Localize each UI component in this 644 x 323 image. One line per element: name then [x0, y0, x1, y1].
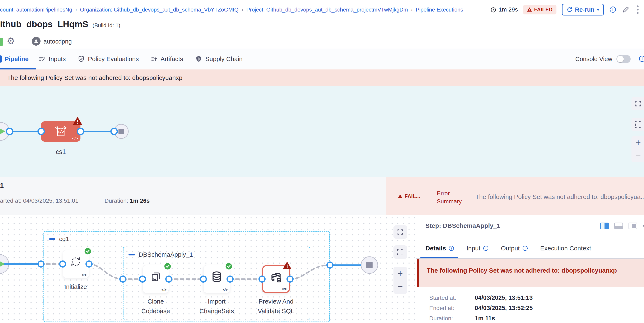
duration-value: 1m 11s [475, 315, 495, 322]
collapse-group-icon[interactable] [128, 254, 135, 255]
zoom-out-button[interactable]: − [394, 280, 407, 293]
user-avatar [32, 37, 40, 46]
stage-warning-badge-icon [73, 117, 82, 126]
fullscreen-icon [394, 225, 407, 239]
step-warning-badge-icon [283, 261, 292, 270]
step-error-box: The following Policy Set was not adhered… [417, 259, 644, 287]
tab-supply-chain[interactable]: Supply Chain [195, 55, 242, 63]
stage-duration-value: 1m 26s [130, 197, 150, 204]
minimize-panel-button[interactable] [643, 225, 644, 227]
panel-layout-controls [600, 223, 644, 229]
pipeline-title: ithub_dbops_LHqmS [0, 19, 88, 29]
console-view-toggle[interactable] [616, 55, 631, 63]
tab-policy-evaluations[interactable]: Policy Evaluations [78, 55, 139, 63]
ended-at-value: 04/03/2025, 13:52:25 [475, 304, 533, 311]
divider [27, 34, 27, 48]
stop-icon [118, 129, 124, 134]
zoom-controls: + − [632, 136, 644, 162]
inputs-icon [38, 55, 46, 63]
step-node-clone-codebase[interactable]: </> [142, 265, 169, 293]
tab-artifacts-label: Artifacts [160, 56, 183, 63]
tab-policy-evaluations-label: Policy Evaluations [88, 56, 139, 63]
stage-graph-links [0, 86, 644, 177]
code-icon: </> [282, 287, 287, 291]
warning-triangle-icon [398, 194, 402, 199]
tab-execution-context[interactable]: Execution Context [540, 245, 591, 252]
refresh-icon [567, 7, 572, 13]
elapsed-time: 1m 29s [490, 6, 518, 13]
layout-bottom-split-button[interactable] [614, 223, 623, 229]
edit-pencil-icon[interactable] [622, 6, 629, 14]
meta-row: ⚙ autocdpng [0, 35, 644, 49]
tab-artifacts[interactable]: Artifacts [150, 56, 183, 63]
zoom-controls: + − [394, 267, 407, 294]
breadcrumb: count: automationPipelinesNg › Organizat… [0, 6, 463, 13]
step-error-message: The following Policy Set was not adhered… [427, 267, 617, 287]
more-options-kebab-icon[interactable] [635, 5, 641, 15]
sync-icon [63, 253, 89, 271]
zoom-in-button[interactable]: + [632, 136, 644, 149]
chevron-right-icon: › [411, 6, 413, 13]
tab-input[interactable]: Input [466, 245, 489, 252]
error-summary-label: Error Summary [437, 190, 470, 205]
info-icon[interactable] [638, 55, 644, 62]
step-initialize-label: Initialize [54, 282, 98, 292]
breadcrumb-pipeline-executions[interactable]: Pipeline Executions [416, 7, 463, 13]
layout-floating-button[interactable] [628, 223, 637, 229]
rerun-button[interactable]: Re-run ▾ [562, 4, 604, 16]
tab-output[interactable]: Output [501, 245, 528, 252]
tab-inputs-label: Inputs [49, 56, 66, 63]
stage-duration-label: Duration: [104, 197, 128, 204]
execution-graph-canvas[interactable]: cg1 DBSchemaApply_1 </> [0, 215, 416, 323]
breadcrumb-organization[interactable]: Organization: Github_db_devops_aut_db_sc… [80, 7, 239, 13]
fullscreen-button[interactable] [394, 225, 407, 239]
stage-graph-canvas[interactable]: </> </> cs1 [0, 86, 644, 177]
marquee-icon [632, 118, 644, 131]
triggered-by-user[interactable]: autocdpng [44, 38, 72, 45]
pipeline-icon [0, 56, 2, 63]
gear-icon[interactable]: ⚙ [7, 36, 15, 46]
step-node-initialize[interactable]: </> [63, 250, 89, 278]
tab-inputs[interactable]: Inputs [38, 55, 66, 63]
marquee-select-button[interactable] [632, 118, 644, 131]
zoom-in-button[interactable]: + [394, 267, 407, 280]
info-icon[interactable] [609, 6, 616, 13]
tab-details-label: Details [426, 245, 446, 252]
stage-node-cs1[interactable]: </> </> [41, 121, 80, 142]
fullscreen-button[interactable] [632, 97, 644, 110]
artifacts-icon [150, 56, 158, 63]
group-dbschemaapply-label: DBSchemaApply_1 [138, 251, 193, 258]
top-bar: count: automationPipelinesNg › Organizat… [0, 0, 644, 19]
marquee-icon [394, 245, 407, 259]
shield-check-icon [78, 55, 85, 63]
info-icon [522, 245, 528, 251]
tab-pipeline-label: Pipeline [4, 56, 29, 63]
step-node-preview-validate-sql[interactable]: </> [262, 265, 290, 293]
stage-info-bar: 1 arted at: 04/03/2025, 13:51:01 Duratio… [0, 177, 644, 215]
step-panel-tabs: Details Input Output Execution Context [426, 245, 591, 252]
fail-status-label: FAIL... [404, 193, 420, 199]
tab-pipeline[interactable]: Pipeline [0, 56, 29, 63]
step-preview-validate-sql-label: Preview And Validate SQL [254, 297, 298, 316]
group-cg1-label: cg1 [59, 235, 69, 242]
started-at-value: 04/03/2025, 13:51:13 [475, 294, 533, 301]
trigger-icon [0, 38, 3, 46]
code-icon: </> [222, 288, 228, 292]
step-node-import-changesets[interactable]: </> [203, 265, 230, 293]
breadcrumb-project[interactable]: Project: Github_db_devops_aut_db_schema_… [246, 7, 408, 13]
tab-details[interactable]: Details [426, 245, 454, 252]
collapse-group-icon[interactable] [49, 238, 55, 240]
rerun-label: Re-run [575, 6, 594, 13]
marquee-select-button[interactable] [394, 245, 407, 259]
chevron-right-icon: › [75, 6, 77, 13]
fullscreen-icon [632, 97, 644, 110]
active-tab-underline [0, 68, 36, 70]
console-view-label: Console View [575, 56, 612, 63]
play-icon [0, 260, 5, 268]
breadcrumb-account[interactable]: count: automationPipelinesNg [0, 7, 72, 13]
started-at-label: Started at: [429, 294, 456, 301]
zoom-out-button[interactable]: − [632, 149, 644, 162]
clock-icon [490, 7, 496, 13]
step-clone-codebase-label: Clone Codebase [134, 297, 178, 316]
layout-right-split-button[interactable] [600, 223, 609, 229]
